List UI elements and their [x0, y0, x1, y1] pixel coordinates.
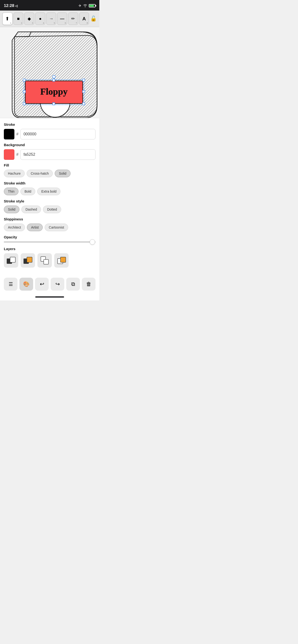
tool-number-8: 8 [87, 22, 88, 24]
tool-pencil[interactable]: ✏ 7 [68, 12, 78, 25]
canvas-area[interactable]: Floppy [0, 27, 99, 118]
layers-section: Layers [4, 247, 95, 268]
fill-crosshatch[interactable]: Cross-hatch [27, 170, 53, 177]
tool-lock[interactable]: 🔓 [90, 12, 97, 25]
stroke-dashed[interactable]: Dashed [21, 206, 41, 213]
stroke-thin[interactable]: Thin [4, 188, 19, 195]
select-icon: ⬆ [5, 16, 9, 22]
delete-icon: 🗑 [86, 281, 91, 287]
tool-number-4: 4 [43, 22, 44, 24]
tool-number-3: 3 [32, 22, 33, 24]
text-icon: A [82, 16, 86, 22]
tool-number-1: 1 [10, 22, 11, 24]
properties-panel: Stroke # Background # Fill Hachure Cross… [0, 118, 99, 276]
fill-hachure[interactable]: Hachure [4, 170, 25, 177]
fill-options: Hachure Cross-hatch Solid [4, 170, 95, 177]
opacity-slider-track[interactable] [4, 242, 95, 242]
menu-icon: ☰ [9, 281, 13, 287]
ellipse-icon: ● [39, 16, 42, 21]
tool-number-2: 2 [21, 22, 22, 24]
sloppiness-options: Architect Artist Cartoonist [4, 224, 95, 231]
svg-rect-5 [23, 79, 26, 81]
action-bar: ☰ 🎨 ↩ ↪ ⧉ 🗑 [0, 276, 99, 294]
svg-text:Floppy: Floppy [40, 86, 68, 96]
background-label: Background [4, 143, 95, 147]
layer-item-3[interactable] [37, 253, 52, 268]
status-icons: ✈ [78, 4, 95, 8]
opacity-section: Opacity [4, 235, 95, 242]
stroke-color-swatch[interactable] [4, 129, 14, 140]
stroke-extra-bold[interactable]: Extra bold [37, 188, 60, 195]
toolbar: ⬆ 1 ■ 2 ◆ 3 ● 4 → 5 — 6 ✏ 7 A 8 🔓 [0, 10, 99, 27]
menu-button[interactable]: ☰ [4, 278, 18, 290]
tool-ellipse[interactable]: ● 4 [35, 12, 45, 25]
airplane-icon: ✈ [78, 4, 82, 8]
pencil-icon: ✏ [71, 16, 75, 21]
background-hash: # [16, 152, 19, 157]
tool-number-6: 6 [65, 22, 66, 24]
time-display: 12:28 [4, 3, 14, 8]
delete-button[interactable]: 🗑 [82, 278, 95, 290]
lock-icon: 🔓 [90, 16, 97, 22]
stroke-style-options: Solid Dashed Dotted [4, 206, 95, 213]
arrow-icon: → [49, 16, 54, 21]
svg-rect-16 [10, 257, 15, 262]
stroke-hash: # [16, 132, 19, 136]
rect-icon: ■ [17, 16, 20, 21]
background-color-input[interactable] [20, 149, 95, 160]
undo-icon: ↩ [40, 281, 44, 287]
style-button[interactable]: 🎨 [20, 278, 33, 290]
sloppiness-label: Sloppiness [4, 217, 95, 221]
opacity-slider-thumb[interactable] [90, 239, 95, 244]
layer-item-2[interactable] [21, 253, 35, 268]
duplicate-button[interactable]: ⧉ [66, 278, 80, 290]
tool-arrow[interactable]: → 5 [46, 12, 56, 25]
tool-line[interactable]: — 6 [57, 12, 67, 25]
tool-select[interactable]: ⬆ 1 [3, 12, 13, 25]
fill-solid[interactable]: Solid [55, 170, 70, 177]
line-icon: — [60, 16, 64, 21]
layer-item-4[interactable] [54, 253, 69, 268]
stroke-label: Stroke [4, 122, 95, 126]
svg-rect-22 [60, 257, 66, 262]
sloppiness-cartoonist[interactable]: Cartoonist [45, 224, 68, 231]
background-color-row: # [4, 149, 95, 160]
opacity-label: Opacity [4, 235, 95, 239]
opacity-slider-fill [4, 242, 91, 242]
location-icon: ◁ [15, 4, 18, 8]
duplicate-icon: ⧉ [71, 281, 75, 287]
tool-text[interactable]: A 8 [79, 12, 89, 25]
svg-rect-7 [83, 79, 85, 81]
stroke-solid[interactable]: Solid [4, 206, 20, 213]
wifi-icon [83, 4, 87, 8]
stroke-dotted[interactable]: Dotted [43, 206, 61, 213]
layer-icons [4, 253, 95, 268]
stroke-width-label: Stroke width [4, 181, 95, 185]
layers-label: Layers [4, 247, 95, 251]
redo-button[interactable]: ↪ [51, 278, 64, 290]
home-indicator [0, 294, 99, 300]
stroke-width-options: Thin Bold Extra bold [4, 188, 95, 195]
status-bar: 12:28 ◁ ✈ [0, 0, 99, 10]
sloppiness-artist[interactable]: Artist [27, 224, 43, 231]
sloppiness-architect[interactable]: Architect [4, 224, 25, 231]
layer-item-1[interactable] [4, 253, 18, 268]
tool-rect[interactable]: ■ 2 [14, 12, 24, 25]
svg-rect-9 [53, 102, 55, 105]
stroke-bold[interactable]: Bold [20, 188, 35, 195]
redo-icon: ↪ [55, 281, 60, 287]
style-icon: 🎨 [23, 281, 30, 287]
stroke-color-row: # [4, 129, 95, 140]
stroke-style-label: Stroke style [4, 199, 95, 203]
stroke-color-input[interactable] [20, 129, 95, 140]
svg-rect-11 [23, 90, 26, 93]
svg-rect-6 [53, 79, 55, 81]
diamond-icon: ◆ [28, 16, 31, 21]
background-color-swatch[interactable] [4, 149, 14, 160]
tool-number-5: 5 [54, 22, 55, 24]
svg-rect-10 [83, 102, 85, 105]
tool-diamond[interactable]: ◆ 3 [24, 12, 34, 25]
undo-button[interactable]: ↩ [35, 278, 49, 290]
svg-point-13 [53, 75, 55, 78]
home-bar [35, 296, 64, 298]
